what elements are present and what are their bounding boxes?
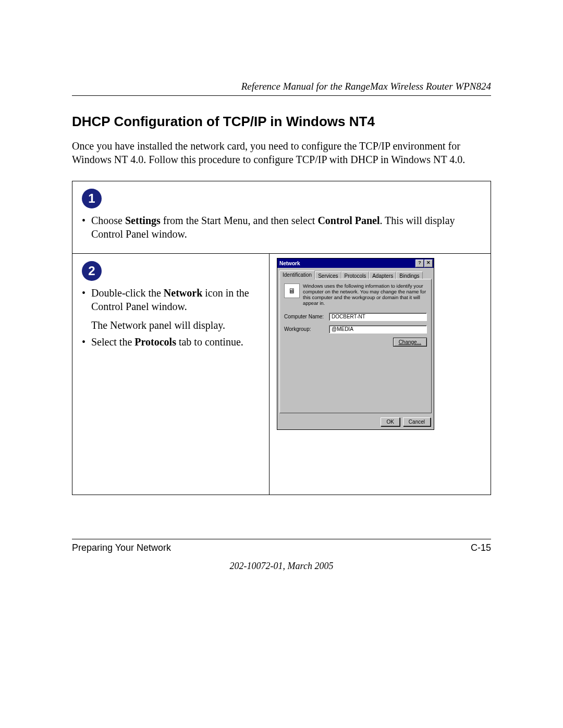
step-2-bullet-2: • Select the Protocols tab to continue. [82, 335, 262, 349]
identification-panel: 🖥 Windows uses the following information… [279, 279, 432, 413]
step1-bold-settings: Settings [125, 215, 161, 226]
help-button[interactable]: ? [415, 260, 424, 267]
running-header: Reference Manual for the RangeMax Wirele… [72, 81, 491, 96]
ok-button[interactable]: OK [381, 417, 399, 426]
tab-identification[interactable]: Identification [279, 270, 315, 279]
step2-b2-bold: Protocols [134, 336, 176, 348]
tab-protocols[interactable]: Protocols [341, 272, 370, 279]
change-button-label: Change... [399, 339, 421, 345]
dialog-title: Network [279, 261, 300, 266]
steps-table: 1 • Choose Settings from the Start Menu,… [72, 181, 491, 495]
step-1-cell: 1 • Choose Settings from the Start Menu,… [72, 181, 491, 254]
bullet-dot-icon: • [82, 286, 91, 313]
change-button[interactable]: Change... [393, 338, 427, 347]
dialog-tabs: Identification Services Protocols Adapte… [277, 268, 434, 279]
step-2-screenshot-cell: Network ? ✕ Identification Services Prot… [270, 254, 491, 495]
step2-b2-post: tab to continue. [176, 336, 243, 348]
step-1-badge: 1 [82, 189, 102, 208]
step2-b2-pre: Select the [91, 336, 134, 348]
computer-icon: 🖥 [284, 283, 300, 298]
step2-after1: The Network panel will display. [91, 318, 262, 332]
bullet-dot-icon: • [82, 335, 91, 349]
step2-b1-bold: Network [164, 287, 202, 299]
network-dialog: Network ? ✕ Identification Services Prot… [277, 258, 434, 430]
workgroup-label: Workgroup: [284, 326, 329, 332]
bullet-dot-icon: • [82, 214, 91, 241]
tab-bindings[interactable]: Bindings [396, 272, 422, 279]
step-1-bullet: • Choose Settings from the Start Menu, a… [82, 214, 481, 241]
tab-services[interactable]: Services [315, 272, 341, 279]
computer-name-label: Computer Name: [284, 314, 329, 319]
workgroup-field[interactable]: @MEDIA [329, 325, 427, 334]
dialog-title-bar: Network ? ✕ [277, 258, 434, 268]
page-footer: Preparing Your Network C-15 202-10072-01… [72, 539, 491, 572]
footer-left: Preparing Your Network [72, 542, 171, 553]
step1-text-b: from the Start Menu, and then select [161, 215, 318, 226]
tab-adapters[interactable]: Adapters [369, 272, 396, 279]
step-2-bullet-1: • Double-click the Network icon in the C… [82, 286, 262, 313]
section-title: DHCP Configuration of TCP/IP in Windows … [72, 114, 491, 130]
step1-bold-control-panel: Control Panel [317, 215, 380, 226]
panel-description: Windows uses the following information t… [303, 283, 427, 306]
cancel-button[interactable]: Cancel [403, 417, 431, 426]
intro-paragraph: Once you have installed the network card… [72, 139, 491, 166]
footer-docnum: 202-10072-01, March 2005 [72, 561, 491, 572]
computer-name-field[interactable]: DOCBERT-NT [329, 313, 427, 321]
step-2-text-cell: 2 • Double-click the Network icon in the… [72, 254, 270, 495]
step1-text-a: Choose [91, 215, 125, 226]
close-button[interactable]: ✕ [424, 260, 433, 267]
step2-b1-pre: Double-click the [91, 287, 164, 299]
step-2-badge: 2 [82, 261, 102, 281]
footer-right-page: C-15 [471, 542, 491, 553]
